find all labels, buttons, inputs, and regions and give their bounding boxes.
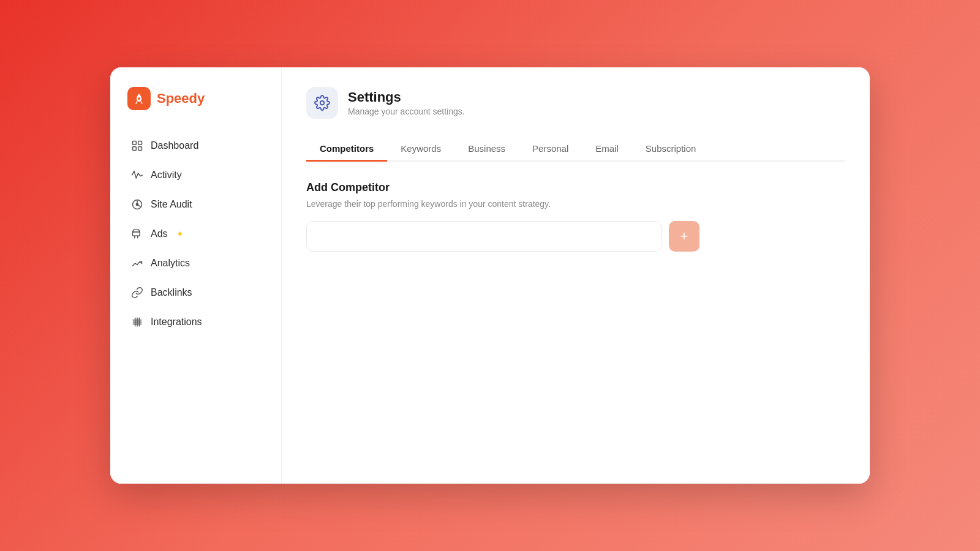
svg-rect-3	[133, 147, 137, 151]
logo-icon	[127, 87, 151, 110]
sidebar-item-label-backlinks: Backlinks	[151, 287, 192, 298]
sidebar-item-integrations[interactable]: Integrations	[123, 309, 269, 335]
analytics-icon	[131, 257, 143, 269]
gear-icon	[314, 95, 330, 111]
dashboard-icon	[131, 140, 143, 152]
app-container: Speedy Dashboard Activity	[110, 67, 870, 484]
page-header: Settings Manage your account settings.	[306, 87, 845, 119]
ads-star-badge: ✦	[176, 229, 184, 239]
svg-point-0	[138, 97, 140, 100]
activity-icon	[131, 169, 143, 181]
backlinks-icon	[131, 287, 143, 299]
sidebar-item-label-analytics: Analytics	[151, 258, 190, 269]
sidebar-item-activity[interactable]: Activity	[123, 162, 269, 189]
page-subtitle: Manage your account settings.	[348, 107, 465, 116]
tab-keywords[interactable]: Keywords	[387, 137, 454, 162]
sidebar-item-label-ads: Ads	[151, 228, 168, 239]
tab-competitors[interactable]: Competitors	[306, 137, 387, 162]
section-title: Add Competitor	[306, 181, 845, 194]
sidebar-item-label-integrations: Integrations	[151, 317, 202, 328]
sidebar-item-label-activity: Activity	[151, 170, 182, 181]
competitors-section: Add Competitor Leverage their top perfor…	[306, 181, 845, 252]
logo-text: Speedy	[157, 91, 205, 107]
page-title: Settings	[348, 89, 465, 105]
sidebar-item-backlinks[interactable]: Backlinks	[123, 279, 269, 306]
main-content: Settings Manage your account settings. C…	[282, 67, 870, 484]
section-description: Leverage their top performing keywords i…	[306, 199, 845, 209]
input-row: +	[306, 221, 845, 252]
svg-point-16	[320, 101, 325, 105]
sidebar-item-label-dashboard: Dashboard	[151, 140, 198, 151]
tab-personal[interactable]: Personal	[519, 137, 582, 162]
svg-point-6	[136, 203, 138, 205]
logo-area: Speedy	[123, 87, 269, 110]
sidebar: Speedy Dashboard Activity	[110, 67, 282, 484]
header-text: Settings Manage your account settings.	[348, 89, 465, 116]
settings-icon-wrapper	[306, 87, 338, 119]
sidebar-item-analytics[interactable]: Analytics	[123, 250, 269, 277]
sidebar-item-site-audit[interactable]: Site Audit	[123, 191, 269, 218]
sidebar-item-label-site-audit: Site Audit	[151, 199, 192, 210]
competitor-input[interactable]	[306, 221, 662, 252]
svg-rect-4	[138, 147, 142, 151]
tab-business[interactable]: Business	[454, 137, 519, 162]
sidebar-item-ads[interactable]: Ads ✦	[123, 220, 269, 247]
ads-icon	[131, 228, 143, 240]
sidebar-item-dashboard[interactable]: Dashboard	[123, 132, 269, 159]
add-competitor-button[interactable]: +	[669, 221, 699, 252]
tabs-bar: Competitors Keywords Business Personal E…	[306, 137, 845, 162]
svg-rect-2	[138, 141, 142, 145]
tab-subscription[interactable]: Subscription	[632, 137, 710, 162]
tab-email[interactable]: Email	[582, 137, 632, 162]
site-audit-icon	[131, 198, 143, 211]
svg-rect-1	[133, 141, 137, 145]
svg-rect-7	[133, 232, 140, 236]
add-button-label: +	[680, 228, 688, 244]
integrations-icon	[131, 316, 143, 328]
